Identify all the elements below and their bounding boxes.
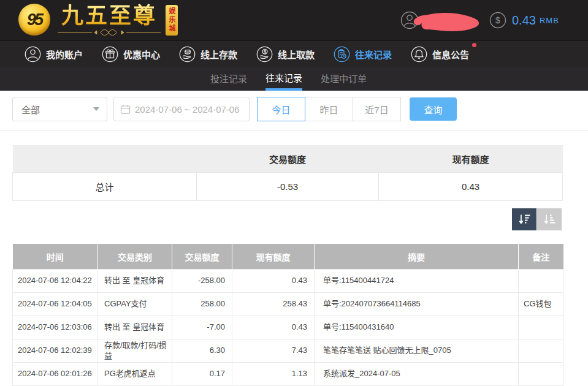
nav-item-promotions[interactable]: 优惠中心 — [102, 46, 160, 62]
bell-icon — [411, 46, 427, 62]
summary-header-row: 交易额度 现有额度 — [13, 145, 563, 173]
user-account-area[interactable] — [397, 0, 489, 40]
nav-label: 信息公告 — [432, 48, 469, 61]
cell-amount: 6.30 — [172, 339, 232, 363]
cell-type: PG老虎机返点 — [98, 363, 172, 386]
table-row: 2024-07-06 12:04:22 转出 至 皇冠体育 -258.00 0.… — [13, 270, 563, 293]
brand-logo[interactable]: 95 九五至尊 娱乐城 — [18, 4, 178, 36]
summary-total-label: 总计 — [13, 173, 197, 201]
cell-time: 2024-07-06 12:02:39 — [13, 339, 98, 363]
cell-summary: 单号:115400441724 — [315, 270, 519, 293]
cell-type: CGPAY支付 — [98, 293, 172, 316]
main-nav: 我的账户 优惠中心 线上存款 $ 线上取款 往来记录 信息公告 — [0, 40, 588, 67]
logo-coin-icon: 95 — [18, 4, 50, 36]
date-range-value: 2024-07-06 ~ 2024-07-06 — [135, 104, 240, 115]
sort-desc-icon — [517, 214, 531, 225]
cell-balance: 258.43 — [232, 293, 315, 316]
sort-asc-button[interactable] — [537, 208, 562, 230]
tab-pending-orders[interactable]: 处理中订单 — [321, 67, 367, 91]
nav-item-deposit[interactable]: 线上存款 — [179, 46, 237, 62]
cell-type: 存款/取款/打码/损益 — [98, 339, 172, 363]
type-select-value: 全部 — [21, 103, 40, 116]
nav-item-announcements[interactable]: 信息公告 — [411, 46, 469, 62]
nav-label: 我的账户 — [46, 48, 83, 61]
cell-balance: 0.43 — [232, 316, 315, 339]
sort-asc-icon — [543, 214, 556, 225]
logo-badge: 娱乐城 — [166, 5, 178, 36]
date-range-input[interactable]: 2024-07-06 ~ 2024-07-06 — [113, 97, 250, 121]
cell-type: 转出 至 皇冠体育 — [98, 270, 172, 293]
cell-note — [519, 270, 563, 293]
nav-label: 往来记录 — [355, 48, 392, 61]
sort-desc-button[interactable] — [512, 208, 536, 230]
cell-amount: 0.17 — [172, 363, 232, 386]
summary-current-amount: 0.43 — [379, 173, 563, 201]
records-icon — [334, 46, 350, 62]
cell-balance: 1.13 — [232, 363, 315, 386]
col-amount: 交易额度 — [172, 244, 232, 270]
logo-monogram: 95 — [27, 10, 42, 29]
table-row: 2024-07-06 12:04:05 CGPAY支付 258.00 258.4… — [13, 293, 563, 316]
type-select[interactable]: 全部 — [12, 97, 107, 121]
username-redaction-scribble — [411, 10, 483, 32]
withdraw-icon: $ — [256, 46, 273, 62]
balance-display[interactable]: $ 0.43 RMB — [489, 12, 559, 29]
nav-label: 优惠中心 — [123, 48, 160, 61]
cell-note — [519, 316, 563, 339]
sort-toolbar — [512, 208, 562, 230]
top-header: 95 九五至尊 娱乐城 — [0, 0, 588, 40]
cell-summary: 单号:202407073664114685 — [315, 293, 519, 316]
cell-amount: -7.00 — [172, 316, 232, 339]
col-summary: 摘要 — [315, 244, 519, 270]
cell-time: 2024-07-06 12:03:06 — [13, 316, 98, 339]
cell-type: 转出 至 皇冠体育 — [98, 316, 172, 339]
calendar-icon — [120, 104, 131, 115]
col-note: 备注 — [519, 244, 563, 270]
nav-item-withdraw[interactable]: $ 线上取款 — [256, 46, 315, 62]
tab-transaction-records[interactable]: 往来记录 — [265, 67, 302, 91]
summary-header-current: 现有额度 — [379, 145, 563, 173]
col-time: 时间 — [13, 244, 98, 270]
nav-item-transaction-records[interactable]: 往来记录 — [334, 46, 392, 62]
today-button[interactable]: 今日 — [257, 97, 305, 121]
col-balance: 现有额度 — [232, 244, 315, 270]
table-row: 2024-07-06 12:02:39 存款/取款/打码/损益 6.30 7.4… — [13, 339, 563, 363]
logo-title: 九五至尊 — [61, 4, 157, 28]
summary-transaction-amount: -0.53 — [197, 173, 379, 201]
summary-total-row: 总计 -0.53 0.43 — [13, 173, 563, 201]
cell-note: CG钱包 — [519, 293, 563, 316]
records-table: 时间 交易类别 交易额度 现有额度 摘要 备注 2024-07-06 12:04… — [12, 244, 563, 386]
gift-icon — [102, 46, 118, 62]
table-row: 2024-07-06 02:01:26 PG老虎机返点 0.17 1.13 系统… — [13, 363, 563, 386]
subtab-bar: 投注记录 往来记录 处理中订单 — [0, 67, 588, 91]
cell-balance: 7.43 — [232, 339, 315, 363]
summary-table: 交易额度 现有额度 总计 -0.53 0.43 — [12, 145, 563, 201]
table-row: 2024-07-06 12:03:06 转出 至 皇冠体育 -7.00 0.43… — [13, 316, 563, 339]
nav-label: 线上取款 — [278, 48, 315, 61]
svg-text:$: $ — [495, 15, 500, 25]
header-right: $ 0.43 RMB — [397, 0, 559, 40]
balance-amount: 0.43 — [512, 13, 536, 28]
user-icon — [25, 46, 41, 62]
cell-note — [519, 339, 563, 363]
cell-summary: 单号:115400431640 — [315, 316, 519, 339]
cell-time: 2024-07-06 02:01:26 — [13, 363, 98, 386]
nav-label: 线上存款 — [200, 48, 237, 61]
last7days-button[interactable]: 近7日 — [353, 97, 401, 121]
balance-currency: RMB — [540, 16, 559, 25]
cell-summary: 笔笔存笔笔送 贴心回馈无上限_0705 — [315, 339, 519, 363]
col-type: 交易类别 — [98, 244, 172, 270]
cell-time: 2024-07-06 12:04:22 — [13, 270, 98, 293]
cell-time: 2024-07-06 12:04:05 — [13, 293, 98, 316]
summary-header-transaction: 交易额度 — [197, 145, 379, 173]
search-button[interactable]: 查询 — [410, 97, 457, 121]
logo-flourish — [56, 29, 162, 36]
nav-item-my-account[interactable]: 我的账户 — [25, 46, 83, 62]
tab-bet-records[interactable]: 投注记录 — [210, 67, 247, 91]
deposit-icon — [179, 46, 196, 62]
summary-header-empty — [13, 145, 197, 173]
yesterday-button[interactable]: 昨日 — [305, 97, 353, 121]
cell-amount: -258.00 — [172, 270, 232, 293]
cell-amount: 258.00 — [172, 293, 232, 316]
records-header-row: 时间 交易类别 交易额度 现有额度 摘要 备注 — [13, 244, 563, 270]
